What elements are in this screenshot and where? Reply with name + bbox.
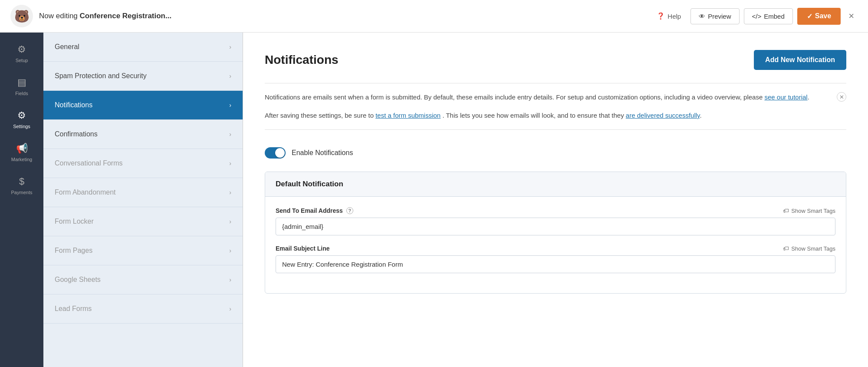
sidebar-item-payments[interactable]: $ Payments [0, 169, 43, 202]
page-title: Notifications [265, 53, 339, 67]
info-text-2: After saving these settings, be sure to … [265, 110, 846, 121]
send-to-email-label: Send To Email Address ? 🏷 Show Smart Tag… [276, 207, 835, 214]
megaphone-icon: 📢 [16, 143, 28, 154]
help-icon: ❓ [657, 12, 665, 20]
email-subject-input[interactable] [276, 255, 835, 273]
tag-icon: 🏷 [783, 245, 789, 252]
add-new-notification-button[interactable]: Add New Notification [754, 50, 846, 70]
form-name: Conference Registration... [80, 12, 172, 20]
menu-item-lead-forms[interactable]: Lead Forms › [43, 294, 243, 324]
close-button[interactable]: × [845, 7, 858, 25]
logo-icon: 🐻 [10, 5, 33, 27]
settings-icon: ⚙ [17, 110, 26, 121]
chevron-icon: › [229, 218, 231, 225]
close-info-button[interactable]: ✕ [837, 92, 846, 102]
editing-label: Now editing Conference Registration... [39, 12, 171, 20]
embed-button[interactable]: </> Embed [744, 8, 793, 24]
notification-card-header: Default Notification [265, 172, 846, 197]
send-to-email-field-group: Send To Email Address ? 🏷 Show Smart Tag… [276, 207, 835, 235]
chevron-icon: › [229, 73, 231, 79]
fields-icon: ▤ [17, 77, 26, 88]
menu-item-conversational-forms[interactable]: Conversational Forms › [43, 149, 243, 178]
send-to-email-input[interactable] [276, 218, 835, 235]
eye-icon: 👁 [699, 13, 705, 20]
menu-item-google-sheets[interactable]: Google Sheets › [43, 265, 243, 294]
top-bar-left: 🐻 Now editing Conference Registration... [10, 5, 171, 27]
menu-item-spam-protection[interactable]: Spam Protection and Security › [43, 62, 243, 91]
icon-sidebar: ⚙ Setup ▤ Fields ⚙ Settings 📢 Marketing … [0, 33, 43, 367]
smart-tags-button-email[interactable]: 🏷 Show Smart Tags [783, 207, 835, 214]
sidebar-item-fields[interactable]: ▤ Fields [0, 70, 43, 103]
save-button[interactable]: ✓ Save [797, 8, 841, 25]
menu-item-form-abandonment[interactable]: Form Abandonment › [43, 178, 243, 207]
info-block-1: ✕ Notifications are emails sent when a f… [265, 92, 846, 121]
top-bar-right: ❓ Help 👁 Preview </> Embed ✓ Save × [651, 7, 858, 25]
default-notification-card: Default Notification Send To Email Addre… [265, 172, 846, 294]
delivered-link[interactable]: are delivered successfully [626, 112, 700, 119]
smart-tags-button-subject[interactable]: 🏷 Show Smart Tags [783, 245, 835, 252]
sidebar-item-settings[interactable]: ⚙ Settings [0, 103, 43, 136]
enable-notifications-row: Enable Notifications [265, 139, 846, 167]
divider-2 [265, 129, 846, 130]
menu-item-form-pages[interactable]: Form Pages › [43, 236, 243, 265]
check-icon: ✓ [807, 12, 812, 20]
email-subject-field-group: Email Subject Line 🏷 Show Smart Tags [276, 245, 835, 273]
chevron-icon: › [229, 276, 231, 283]
menu-item-general[interactable]: General › [43, 33, 243, 62]
content-area: Notifications Add New Notification ✕ Not… [243, 33, 868, 367]
sidebar-item-marketing[interactable]: 📢 Marketing [0, 136, 43, 169]
info-text-1: Notifications are emails sent when a for… [265, 92, 846, 102]
chevron-icon: › [229, 305, 231, 312]
code-icon: </> [752, 13, 762, 20]
test-submission-link[interactable]: test a form submission [375, 112, 441, 119]
chevron-icon: › [229, 247, 231, 254]
main-layout: ⚙ Setup ▤ Fields ⚙ Settings 📢 Marketing … [0, 33, 868, 367]
divider [265, 83, 846, 83]
menu-sidebar: General › Spam Protection and Security ›… [43, 33, 243, 367]
sidebar-item-setup[interactable]: ⚙ Setup [0, 37, 43, 70]
top-bar: 🐻 Now editing Conference Registration...… [0, 0, 868, 33]
question-icon[interactable]: ? [346, 207, 353, 214]
dollar-icon: $ [19, 176, 24, 187]
toggle-label: Enable Notifications [292, 149, 353, 157]
preview-button[interactable]: 👁 Preview [690, 8, 739, 24]
content-header: Notifications Add New Notification [265, 50, 846, 70]
gear-icon: ⚙ [17, 44, 26, 55]
chevron-icon: › [229, 43, 231, 50]
tag-icon: 🏷 [783, 207, 789, 214]
chevron-icon: › [229, 131, 231, 138]
email-subject-label: Email Subject Line 🏷 Show Smart Tags [276, 245, 835, 252]
chevron-icon: › [229, 189, 231, 196]
tutorial-link[interactable]: see our tutorial [764, 93, 807, 101]
chevron-icon: › [229, 102, 231, 109]
menu-item-notifications[interactable]: Notifications › [43, 91, 243, 120]
notification-card-body: Send To Email Address ? 🏷 Show Smart Tag… [265, 197, 846, 293]
help-button[interactable]: ❓ Help [651, 9, 686, 23]
toggle-knob [275, 148, 285, 158]
menu-item-confirmations[interactable]: Confirmations › [43, 120, 243, 149]
menu-item-form-locker[interactable]: Form Locker › [43, 207, 243, 236]
enable-notifications-toggle[interactable] [265, 147, 286, 159]
chevron-icon: › [229, 160, 231, 167]
